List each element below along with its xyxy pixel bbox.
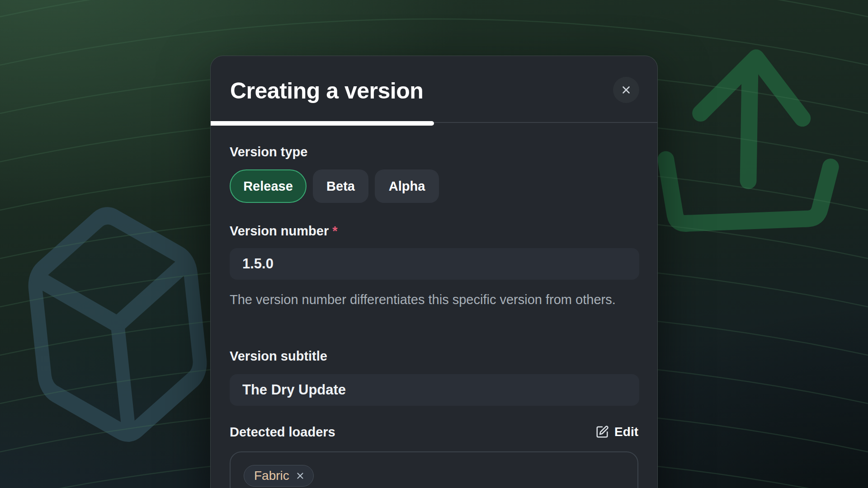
modal-title: Creating a version <box>230 77 423 104</box>
version-number-label: Version number* <box>230 222 337 239</box>
progress-fill <box>211 121 434 126</box>
screen: Creating a version Version type Release … <box>0 0 868 488</box>
remove-x-icon <box>295 471 305 481</box>
version-type-beta-button[interactable]: Beta <box>313 169 368 203</box>
remove-loader-button[interactable] <box>295 471 305 481</box>
edit-pencil-icon <box>595 425 609 439</box>
close-button[interactable] <box>613 77 639 103</box>
detected-loaders-label: Detected loaders <box>230 423 335 441</box>
detected-loaders-box: Fabric <box>230 451 638 488</box>
version-type-label: Version type <box>230 143 307 160</box>
edit-label: Edit <box>614 425 638 439</box>
version-subtitle-label: Version subtitle <box>230 347 327 365</box>
loader-chip-fabric: Fabric <box>244 465 314 487</box>
version-number-help: The version number differentiates this s… <box>230 290 629 310</box>
version-subtitle-input[interactable] <box>230 374 639 406</box>
edit-loaders-button[interactable]: Edit <box>595 422 638 442</box>
version-type-alpha-button[interactable]: Alpha <box>375 169 439 203</box>
create-version-modal: Creating a version Version type Release … <box>210 56 658 488</box>
required-asterisk: * <box>332 224 337 238</box>
version-type-release-button[interactable]: Release <box>230 169 307 203</box>
version-type-options: Release Beta Alpha <box>230 169 439 203</box>
version-number-input[interactable] <box>230 248 639 280</box>
close-icon <box>620 84 632 96</box>
loader-chip-label: Fabric <box>254 469 289 482</box>
